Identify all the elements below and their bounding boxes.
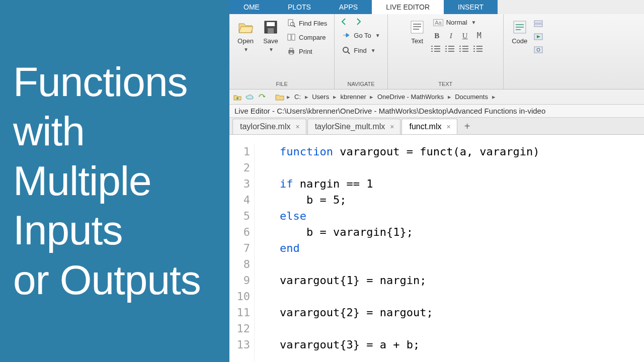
chevron-down-icon: ▼ — [244, 47, 249, 52]
outdent-button[interactable] — [459, 44, 470, 54]
file-tab[interactable]: funct.mlx× — [401, 119, 457, 134]
breadcrumb-separator: ▸ — [368, 93, 375, 101]
editor-title: Live Editor - C:\Users\kbrenner\OneDrive… — [229, 105, 644, 118]
save-button[interactable]: Save ▼ — [260, 17, 282, 57]
group-label-text: TEXT — [438, 80, 452, 89]
title-line-2: with — [13, 107, 229, 156]
folder-icon — [275, 92, 285, 102]
indent-button[interactable] — [473, 44, 485, 54]
breadcrumb-separator: ▸ — [446, 93, 453, 101]
open-button[interactable]: Open ▼ — [234, 17, 257, 57]
ribbon-tab-live-editor[interactable]: LIVE EDITOR — [372, 0, 444, 14]
svg-rect-24 — [534, 47, 542, 53]
text-button[interactable]: Text — [406, 17, 428, 47]
bullet-list-button[interactable] — [431, 44, 442, 54]
code-icon — [512, 19, 528, 35]
video-title-overlay: Functions with Multiple Inputs or Output… — [0, 0, 229, 362]
close-icon[interactable]: × — [390, 123, 394, 131]
group-label-navigate: NAVIGATE — [348, 80, 375, 89]
folder-up-icon[interactable] — [232, 92, 243, 102]
goto-button[interactable]: Go To ▼ — [340, 29, 382, 41]
chevron-down-icon: ▼ — [471, 20, 476, 25]
sync-icon[interactable] — [257, 92, 267, 102]
svg-rect-10 — [290, 52, 293, 54]
monospace-button[interactable]: M — [473, 31, 485, 41]
group-label-file: FILE — [276, 80, 288, 89]
ribbon-tab-plots[interactable]: PLOTS — [274, 0, 325, 14]
find-files-button[interactable]: Find Files — [285, 17, 329, 29]
title-line-4: Inputs — [13, 206, 229, 255]
breadcrumb-item[interactable]: kbrenner — [338, 93, 368, 101]
toolstrip-group-navigate: Go To ▼ Find ▼ NAVIGATE — [335, 14, 387, 89]
goto-icon — [342, 31, 351, 40]
svg-line-12 — [348, 52, 350, 54]
svg-rect-9 — [290, 48, 293, 50]
style-aa-icon: Aa — [433, 19, 443, 26]
breadcrumb-item[interactable]: OneDrive - MathWorks — [375, 93, 446, 101]
ribbon-tab-insert[interactable]: INSERT — [444, 0, 498, 14]
print-button[interactable]: Print — [285, 45, 329, 57]
file-tab-label: taylorSine.mlx — [240, 122, 290, 131]
close-icon[interactable]: × — [446, 123, 450, 131]
refactor-icon[interactable] — [534, 45, 543, 54]
find-files-icon — [287, 19, 296, 28]
compare-button[interactable]: Compare — [285, 31, 329, 43]
file-tab[interactable]: taylorSine_mult.mlx× — [307, 119, 401, 134]
cloud-icon[interactable] — [245, 92, 255, 102]
save-disk-icon — [263, 19, 279, 35]
breadcrumb-separator: ▸ — [303, 93, 310, 101]
breadcrumb-item[interactable]: C: — [292, 93, 303, 101]
svg-rect-22 — [534, 24, 542, 27]
print-icon — [287, 47, 296, 56]
code-button[interactable]: Code — [509, 17, 531, 54]
svg-rect-6 — [288, 34, 291, 40]
svg-rect-21 — [534, 21, 542, 23]
chevron-down-icon: ▼ — [375, 33, 380, 38]
svg-rect-7 — [292, 34, 295, 40]
breadcrumb-separator: ▸ — [490, 93, 496, 101]
toolstrip-group-text: Text Aa Normal ▼ B I U M — [388, 14, 504, 89]
toolstrip: Open ▼ Save ▼ Find Files — [229, 14, 644, 89]
nav-fwd-icon[interactable] — [354, 17, 363, 26]
nav-back-icon[interactable] — [340, 17, 349, 26]
chevron-down-icon: ▼ — [269, 47, 274, 52]
underline-button[interactable]: U — [459, 31, 470, 41]
file-tab-label: taylorSine_mult.mlx — [315, 122, 385, 131]
address-bar: ▸ C: ▸ Users ▸ kbrenner ▸ OneDrive - Mat… — [229, 89, 644, 105]
chevron-down-icon: ▼ — [371, 48, 376, 53]
file-tab-bar: taylorSine.mlx×taylorSine_mult.mlx×funct… — [229, 118, 644, 135]
section-break-icon[interactable] — [534, 19, 543, 28]
matlab-window: OMEPLOTSAPPSLIVE EDITORINSERT Open ▼ Sav… — [229, 0, 644, 362]
title-line-1: Functions — [13, 57, 229, 107]
numbered-list-button[interactable] — [445, 44, 456, 54]
code-editor[interactable]: 12345678910111213 function varargout = f… — [229, 135, 644, 362]
svg-line-5 — [294, 26, 295, 27]
breadcrumb-item[interactable]: Documents — [453, 93, 490, 101]
svg-rect-1 — [267, 22, 275, 26]
file-tab-label: funct.mlx — [409, 122, 441, 131]
ribbon-tab-apps[interactable]: APPS — [325, 0, 372, 14]
find-icon — [342, 46, 351, 55]
file-tab[interactable]: taylorSine.mlx× — [232, 119, 306, 134]
title-line-5: or Outputs — [13, 255, 229, 305]
toolstrip-group-code: Code — [504, 14, 548, 89]
close-icon[interactable]: × — [295, 123, 299, 131]
find-button[interactable]: Find ▼ — [340, 44, 382, 56]
ribbon-tabs: OMEPLOTSAPPSLIVE EDITORINSERT — [229, 0, 644, 14]
open-folder-icon — [237, 19, 254, 35]
text-icon — [409, 19, 425, 35]
style-dropdown[interactable]: Aa Normal ▼ — [431, 17, 485, 28]
ribbon-tab-ome[interactable]: OME — [229, 0, 274, 14]
breadcrumb-separator: ▸ — [331, 93, 338, 101]
run-section-icon[interactable] — [534, 32, 543, 41]
new-tab-button[interactable]: + — [458, 119, 476, 134]
compare-icon — [287, 33, 296, 42]
title-line-3: Multiple — [13, 156, 229, 206]
toolstrip-group-file: Open ▼ Save ▼ Find Files — [229, 14, 335, 89]
line-gutter: 12345678910111213 — [229, 144, 255, 362]
svg-point-11 — [343, 47, 348, 52]
italic-button[interactable]: I — [445, 31, 456, 41]
code-content[interactable]: function varargout = funct(a, varargin) … — [255, 144, 540, 362]
breadcrumb-item[interactable]: Users — [310, 93, 331, 101]
bold-button[interactable]: B — [431, 31, 442, 41]
